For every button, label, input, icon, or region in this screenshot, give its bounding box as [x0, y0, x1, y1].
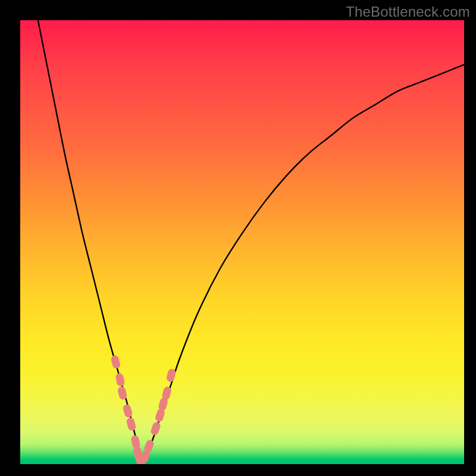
marker-pill	[150, 421, 162, 436]
watermark-text: TheBottleneck.com	[346, 4, 470, 20]
highlighted-points	[110, 355, 176, 464]
chart-plot-area	[20, 20, 464, 464]
marker-pill	[122, 403, 133, 418]
chart-svg	[20, 20, 464, 464]
marker-pill	[115, 372, 125, 387]
chart-frame: TheBottleneck.com	[0, 0, 476, 476]
bottleneck-curve	[38, 20, 464, 462]
marker-pill	[126, 417, 136, 432]
marker-pill	[110, 355, 121, 369]
